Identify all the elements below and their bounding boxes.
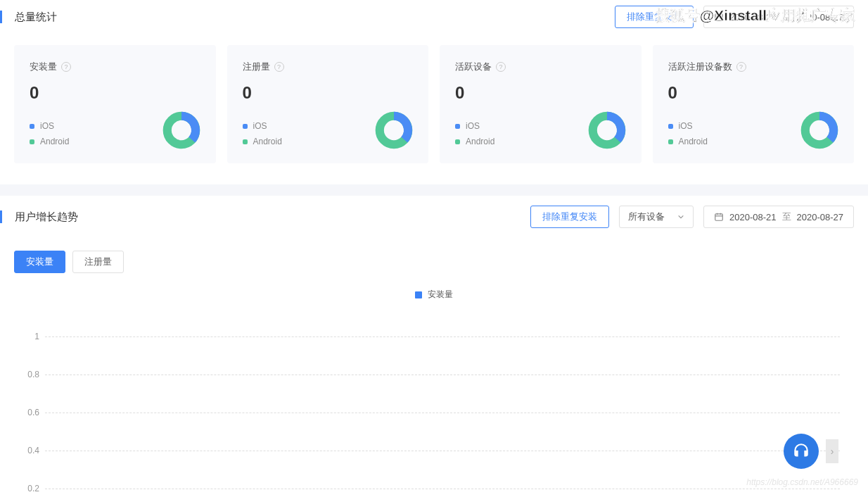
legend-ios-label: iOS bbox=[466, 121, 480, 131]
date-from-1: 2020-08-21 bbox=[729, 12, 777, 23]
dot-blue-icon bbox=[455, 124, 460, 129]
section1-actions: 排除重复安装 2020-08-21 至 2020-08-27 bbox=[615, 6, 854, 28]
y-tick-row: 1 bbox=[23, 317, 840, 356]
card-title: 安装量 ? bbox=[30, 61, 200, 73]
card-value: 0 bbox=[243, 83, 414, 103]
grid-line bbox=[45, 451, 840, 451]
svg-rect-0 bbox=[715, 14, 723, 20]
y-tick-label: 0.4 bbox=[23, 446, 39, 455]
calendar-icon bbox=[714, 12, 724, 22]
grid-line bbox=[45, 413, 840, 413]
section-title-trend: 用户增长趋势 bbox=[0, 210, 78, 224]
date-to-2: 2020-08-27 bbox=[797, 212, 844, 222]
legend-android-label: Android bbox=[466, 137, 494, 146]
chart-area: 1 0.8 0.6 0.4 0.2 bbox=[0, 310, 868, 497]
chart-legend-label: 安装量 bbox=[428, 289, 453, 301]
stat-card-active-register-device: 活跃注册设备数 ? 0 iOS Android bbox=[653, 45, 855, 163]
grid-line bbox=[45, 375, 840, 375]
legend-android-label: Android bbox=[40, 137, 69, 146]
y-tick-row: 0.6 bbox=[23, 394, 840, 432]
support-float-button[interactable] bbox=[784, 434, 819, 469]
card-value: 0 bbox=[668, 83, 839, 103]
legend-android-label: Android bbox=[679, 137, 708, 146]
y-tick-label: 1 bbox=[23, 332, 39, 341]
card-title-text: 活跃注册设备数 bbox=[668, 61, 732, 73]
y-tick-label: 0.8 bbox=[23, 370, 39, 379]
trend-section: 用户增长趋势 排除重复安装 所有设备 2020-08-21 至 2020-08-… bbox=[0, 196, 868, 497]
donut-chart-icon bbox=[162, 111, 200, 149]
device-select-label: 所有设备 bbox=[628, 210, 665, 223]
dot-green-icon bbox=[30, 139, 34, 144]
y-tick-label: 0.2 bbox=[23, 484, 39, 493]
legend-ios-label: iOS bbox=[40, 121, 54, 131]
stat-card-active-device: 活跃设备 ? 0 iOS Android bbox=[440, 45, 642, 163]
exclude-duplicate-button[interactable]: 排除重复安装 bbox=[615, 6, 694, 28]
y-tick-label: 0.6 bbox=[23, 408, 39, 417]
donut-chart-icon bbox=[800, 111, 838, 149]
date-from-2: 2020-08-21 bbox=[729, 212, 777, 222]
chevron-down-icon bbox=[677, 213, 684, 220]
section2-actions: 排除重复安装 所有设备 2020-08-21 至 2020-08-27 bbox=[530, 206, 854, 228]
card-title-text: 注册量 bbox=[243, 61, 270, 73]
help-icon[interactable]: ? bbox=[274, 62, 284, 72]
grid-line bbox=[45, 336, 840, 337]
stat-cards-row: 安装量 ? 0 iOS Android 注册量 ? 0 iOS Android … bbox=[0, 34, 868, 184]
date-range-picker-1[interactable]: 2020-08-21 至 2020-08-27 bbox=[703, 6, 854, 28]
card-title-text: 安装量 bbox=[30, 61, 57, 73]
date-range-picker-2[interactable]: 2020-08-21 至 2020-08-27 bbox=[703, 206, 854, 228]
donut-chart-icon bbox=[375, 111, 413, 149]
dot-blue-icon bbox=[30, 124, 34, 129]
stat-card-register: 注册量 ? 0 iOS Android bbox=[227, 45, 429, 163]
title-accent-bar bbox=[0, 210, 2, 223]
total-stats-header: 总量统计 排除重复安装 2020-08-21 至 2020-08-27 bbox=[0, 0, 868, 34]
blog-watermark: https://blog.csdn.net/A966669 bbox=[746, 477, 858, 487]
grid-line bbox=[45, 489, 840, 489]
trend-header: 用户增长趋势 排除重复安装 所有设备 2020-08-21 至 2020-08-… bbox=[0, 196, 868, 238]
donut-chart-icon bbox=[588, 111, 626, 149]
calendar-icon bbox=[714, 212, 724, 222]
device-select[interactable]: 所有设备 bbox=[619, 206, 694, 228]
help-icon[interactable]: ? bbox=[496, 62, 506, 72]
tab-register[interactable]: 注册量 bbox=[72, 251, 124, 273]
card-value: 0 bbox=[30, 83, 200, 103]
dot-green-icon bbox=[668, 139, 673, 144]
headset-icon bbox=[792, 442, 810, 460]
y-tick-row: 0.4 bbox=[23, 432, 840, 470]
exclude-duplicate-button-2[interactable]: 排除重复安装 bbox=[530, 206, 609, 228]
card-title: 活跃注册设备数 ? bbox=[668, 61, 839, 73]
dot-green-icon bbox=[243, 139, 248, 144]
tab-row: 安装量 注册量 bbox=[0, 238, 868, 279]
legend-android-label: Android bbox=[253, 137, 282, 146]
section2-title-text: 用户增长趋势 bbox=[15, 210, 78, 224]
date-sep-1: 至 bbox=[782, 11, 791, 23]
date-sep-2: 至 bbox=[782, 210, 791, 223]
chart-legend-dot-icon bbox=[415, 291, 422, 298]
y-tick-row: 0.8 bbox=[23, 356, 840, 394]
card-title: 活跃设备 ? bbox=[455, 61, 626, 73]
legend-ios-label: iOS bbox=[253, 121, 267, 131]
section1-title-text: 总量统计 bbox=[15, 11, 57, 24]
title-accent-bar bbox=[0, 11, 2, 23]
date-to-1: 2020-08-27 bbox=[797, 12, 844, 23]
dot-blue-icon bbox=[668, 124, 673, 129]
help-icon[interactable]: ? bbox=[736, 62, 746, 72]
y-tick-row: 0.2 bbox=[23, 470, 840, 497]
svg-rect-8 bbox=[715, 214, 723, 220]
card-title: 注册量 ? bbox=[243, 61, 414, 73]
dot-green-icon bbox=[455, 139, 460, 144]
card-value: 0 bbox=[455, 83, 626, 103]
card-title-text: 活跃设备 bbox=[455, 61, 492, 73]
float-next-arrow[interactable]: › bbox=[826, 439, 838, 463]
help-icon[interactable]: ? bbox=[61, 62, 71, 72]
section-gap bbox=[0, 184, 868, 196]
dot-blue-icon bbox=[243, 124, 248, 129]
section-title-total: 总量统计 bbox=[0, 11, 57, 24]
legend-ios-label: iOS bbox=[679, 121, 693, 131]
chart-legend: 安装量 bbox=[0, 279, 868, 310]
stat-card-install: 安装量 ? 0 iOS Android bbox=[14, 45, 216, 163]
tab-install[interactable]: 安装量 bbox=[14, 251, 65, 273]
